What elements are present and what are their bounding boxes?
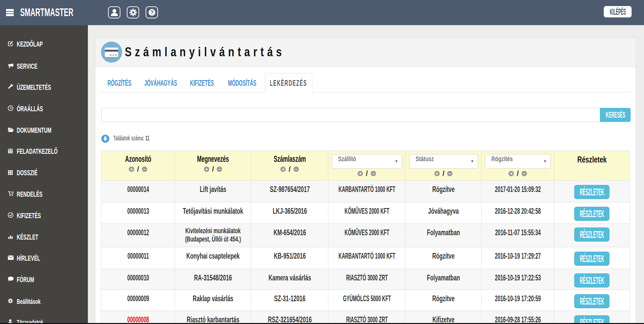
svg-text:?: ? <box>150 9 153 16</box>
